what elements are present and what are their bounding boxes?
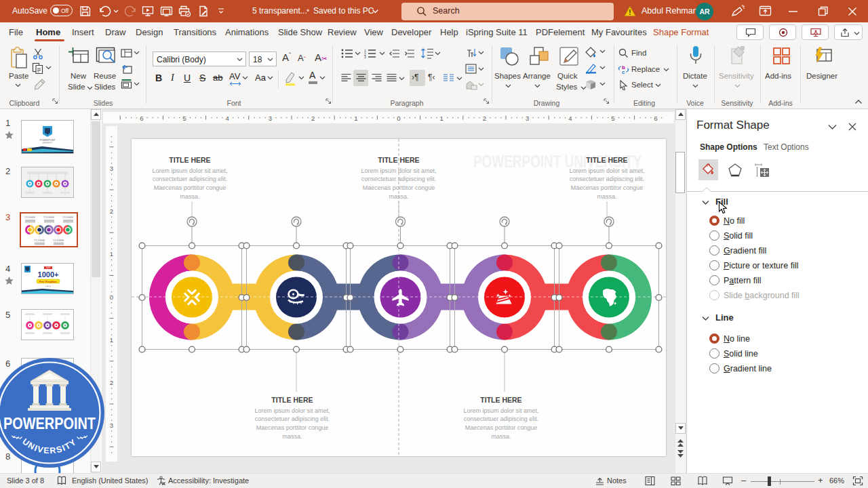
svg-text:1: 1 (354, 115, 357, 122)
svg-text:consectetuer adipiscing elit.: consectetuer adipiscing elit. (464, 415, 539, 422)
svg-text:● ■ ▲: ● ■ ▲ (45, 285, 51, 287)
svg-text:3: 3 (364, 55, 366, 58)
svg-text:POWERPOINT: POWERPOINT (3, 415, 96, 432)
svg-text:2: 2 (110, 207, 113, 215)
svg-text:0: 0 (397, 115, 400, 122)
svg-text:Free Templates: Free Templates (39, 281, 57, 283)
svg-text:6: 6 (140, 115, 143, 122)
svg-text:1: 1 (110, 336, 113, 344)
svg-text:Maecenas porttitor congue: Maecenas porttitor congue (154, 184, 226, 191)
svg-text:TITLE HERE: TITLE HERE (586, 156, 627, 164)
svg-text:TITLE HERE: TITLE HERE (43, 216, 54, 219)
svg-text:massa.: massa. (282, 433, 302, 440)
svg-text:massa.: massa. (389, 193, 408, 200)
svg-text:massa.: massa. (180, 193, 199, 200)
svg-text:Lorem ipsum dolor sit amet,: Lorem ipsum dolor sit amet, (361, 167, 436, 174)
svg-text:2: 2 (483, 115, 486, 122)
svg-text:4: 4 (568, 115, 572, 122)
svg-text:Lorem ipsum dolor sit amet,: Lorem ipsum dolor sit amet, (152, 167, 227, 174)
svg-text:Lorem ipsum dolor sit amet,: Lorem ipsum dolor sit amet, (254, 407, 330, 414)
svg-text:Maecenas porttitor congue: Maecenas porttitor congue (465, 424, 538, 431)
svg-text:TITLE HERE: TITLE HERE (169, 156, 210, 164)
svg-text:UNIVERSITY: UNIVERSITY (42, 142, 53, 144)
svg-text:2: 2 (110, 379, 113, 386)
svg-text:Maecenas porttitor congue: Maecenas porttitor congue (571, 184, 644, 191)
svg-text:TITLE HERE: TITLE HERE (480, 396, 521, 404)
svg-text:TITLE HERE: TITLE HERE (53, 239, 64, 242)
svg-text:3: 3 (110, 422, 113, 429)
svg-text:TITLE HERE: TITLE HERE (62, 216, 73, 219)
svg-text:5: 5 (182, 115, 186, 122)
svg-text:2: 2 (311, 115, 315, 122)
svg-text:massa.: massa. (491, 433, 511, 440)
svg-text:Maecenas porttitor congue: Maecenas porttitor congue (363, 184, 435, 191)
svg-text:3: 3 (269, 115, 272, 122)
svg-text:1: 1 (110, 250, 113, 258)
svg-text:consectetuer adipiscing elit.: consectetuer adipiscing elit. (570, 176, 645, 182)
svg-text:100%: 100% (45, 266, 51, 269)
svg-text:consectetuer adipiscing elit.: consectetuer adipiscing elit. (153, 176, 228, 182)
svg-text:5: 5 (611, 115, 614, 122)
svg-text:POWERPOINT: POWERPOINT (39, 139, 55, 142)
svg-text:Lorem ipsum dolor sit amet,: Lorem ipsum dolor sit amet, (569, 167, 644, 174)
svg-text:3: 3 (526, 115, 529, 122)
svg-text:Maecenas porttitor congue: Maecenas porttitor congue (256, 424, 329, 431)
svg-text:consectetuer adipiscing elit.: consectetuer adipiscing elit. (255, 415, 330, 422)
svg-text:Lorem ipsum dolor sit amet,: Lorem ipsum dolor sit amet, (463, 407, 538, 414)
svg-text:TITLE HERE: TITLE HERE (24, 216, 35, 219)
svg-text:massa.: massa. (597, 193, 616, 200)
svg-text:TITLE HERE: TITLE HERE (34, 239, 45, 242)
svg-text:TITLE HERE: TITLE HERE (378, 156, 419, 164)
svg-text:consectetuer adipiscing elit.: consectetuer adipiscing elit. (361, 176, 437, 182)
svg-text:TITLE HERE: TITLE HERE (271, 396, 313, 404)
svg-text:1000+: 1000+ (38, 270, 59, 279)
svg-text:c: c (622, 69, 625, 75)
svg-text:3: 3 (110, 165, 113, 172)
svg-text:0: 0 (110, 293, 113, 301)
svg-text:1: 1 (440, 115, 443, 122)
svg-text:6: 6 (654, 115, 658, 122)
svg-text:4: 4 (226, 115, 229, 122)
